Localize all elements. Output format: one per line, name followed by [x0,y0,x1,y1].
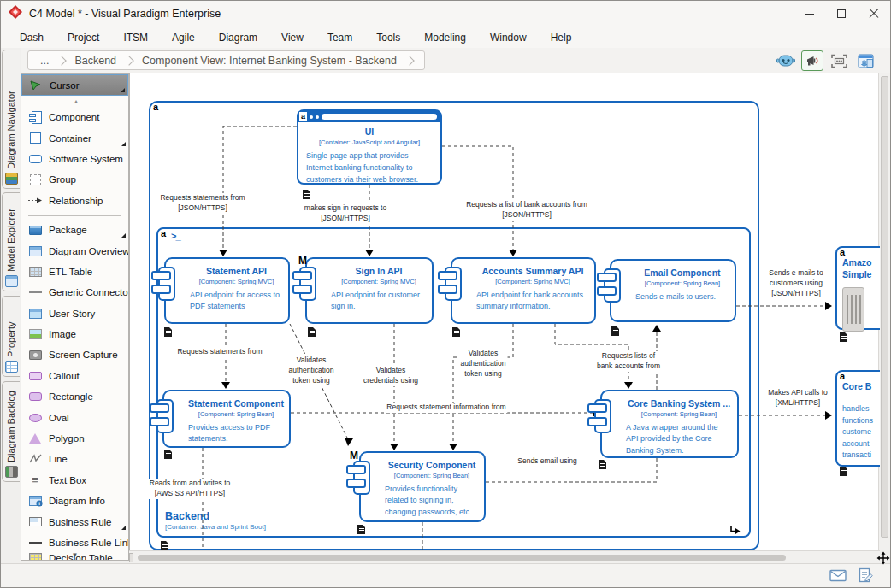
palette-item-line[interactable]: Line [21,449,128,469]
sidebar-tab-diagram-backlog[interactable]: Diagram Backlog [2,381,20,482]
menu-help[interactable]: Help [539,29,584,46]
menu-window[interactable]: Window [478,29,539,46]
connector-label[interactable]: Sends email using [516,456,578,467]
close-button[interactable] [858,1,890,26]
etl-table-icon [27,265,43,279]
palette-item-callout[interactable]: Callout [21,366,128,386]
vertical-scrollbar-thumb[interactable] [881,76,888,538]
palette-scroll-up[interactable]: ▲ [21,96,128,107]
palette-item-etl-table[interactable]: ETL Table [21,262,128,282]
menu-tools[interactable]: Tools [364,29,412,46]
palette-item-screen-capture[interactable]: Screen Capture [21,344,128,365]
resize-corner-icon [729,524,741,539]
menu-itsm[interactable]: ITSM [111,29,160,46]
connector-label[interactable]: makes sign in requests to [JSON/HTTPS] [303,203,388,224]
maximize-button[interactable] [825,1,858,26]
diagram-canvas[interactable]: aa>_Backend[Container: Java and Sprint B… [129,74,880,552]
connector-label[interactable]: Requests statement information from [385,403,507,413]
palette-item-diagram-info[interactable]: iDiagram Info [21,491,128,511]
palette-item-rectangle[interactable]: Rectangle [21,386,128,407]
palette-item-text-box[interactable]: ≡Text Box [21,470,128,491]
node-statement-api[interactable]: Statement API[Component: Spring MVC]API … [164,257,290,324]
connector-label[interactable]: Sends e-mails to customers using [JSON/H… [767,268,824,299]
breadcrumb-item-more[interactable]: ... [38,55,50,67]
palette-item-component[interactable]: Component [21,107,128,127]
node-statement-component[interactable]: Statement Component[Component: Spring Be… [162,390,291,448]
palette-item-label: Image [49,329,76,339]
panel-grip[interactable] [842,287,864,332]
artifact-doc-icon [164,327,172,337]
connector-label[interactable]: Makes API calls to [XML/HTTPS] [766,388,829,409]
node-sign-in-api[interactable]: Sign In API[Component: Spring MVC]API en… [305,257,434,324]
palette-item-generic-connector[interactable]: Generic Connector [21,282,128,303]
horizontal-scrollbar-thumb[interactable] [138,555,786,561]
close-icon [869,9,879,19]
palette-item-group[interactable]: Group [21,169,128,190]
node-core-banking-system-facade[interactable]: Core Banking System ...[Component: Sprin… [600,390,739,458]
menu-team[interactable]: Team [316,29,364,46]
node-stereotype: [Component: Spring Bean] [635,279,729,287]
browser-dot-icon [316,115,319,119]
minimize-button[interactable] [793,1,825,26]
splitter-handle[interactable] [129,553,133,562]
sidebar-tab-property[interactable]: Property [2,296,20,377]
container-icon [27,132,43,145]
node-ui[interactable]: aUI[Container: JavaScript and Angular]Si… [297,109,442,185]
palette-item-cursor[interactable]: Cursor [21,74,128,96]
generic-connector-icon [27,285,43,299]
breadcrumb-item-component-view-internet-banking-system-backend[interactable]: Component View: Internet Banking System … [140,55,398,67]
palette-item-label: Package [49,225,87,235]
menu-diagram[interactable]: Diagram [207,29,269,46]
connector-label[interactable]: Requests lists of bank accounts from [595,351,662,372]
palette-item-label: Business Rule [49,517,112,527]
component-icon [156,399,174,433]
mail-icon[interactable] [829,569,847,585]
palette-item-software-system[interactable]: Software System [21,149,128,169]
connector-label[interactable]: Requests a list of bank accounts from [J… [464,200,589,220]
connector-label[interactable]: Reads from and writes to [AWS S3 API/HTT… [148,479,232,499]
palette-item-user-story[interactable]: User Story [21,303,128,324]
breadcrumb-item-backend[interactable]: Backend [73,55,118,67]
node-security-component[interactable]: Security Component[Component: Spring Bea… [359,451,486,522]
window-title: C4 Model * - Visual Paradigm Enterprise [29,8,221,20]
node-email-component[interactable]: Email Component[Component: Spring Bean]S… [610,259,736,322]
submenu-corner-icon [121,526,126,530]
palette-item-business-rule-link[interactable]: Business Rule Link [21,532,128,553]
connector-label[interactable]: Requests statements from [JSON/HTTPS] [158,193,246,214]
palette-item-image[interactable]: Image [21,324,128,344]
connector-label[interactable]: Validates authentication token using [459,349,508,379]
group-letter: a [840,247,845,257]
palette-item-business-rule[interactable]: Business Rule [21,511,128,532]
sidebar-tab-diagram-navigator[interactable]: Diagram Navigator [2,50,20,189]
menu-dash[interactable]: Dash [8,29,56,46]
modeling-assistant-bot-icon[interactable] [775,50,797,71]
node-core-banking-system[interactable]: aCore B[Sohandles functions custome acco… [835,370,880,467]
layout-panes-icon[interactable] [854,50,876,71]
container-name: Backend [165,510,266,522]
node-description: handles functions custome account transa… [842,403,880,462]
message-log-icon[interactable] [859,567,873,587]
menu-modeling[interactable]: Modeling [412,29,478,46]
palette-item-relationship[interactable]: Relationship [21,191,128,211]
menu-project[interactable]: Project [56,29,111,46]
connector-label[interactable]: Validates authentication token using [287,356,336,386]
palette-item-oval[interactable]: Oval [21,407,128,427]
connector-label[interactable]: Requests statements from [175,347,263,357]
node-accounts-summary-api[interactable]: Accounts Summary API[Component: Spring M… [451,257,596,324]
palette-scroll-down[interactable]: ▼ [21,551,128,559]
menu-agile[interactable]: Agile [160,29,207,46]
pan-tool-icon[interactable] [876,550,890,566]
palette-item-diagram-overview[interactable]: Diagram Overview [21,240,128,261]
palette-item-package[interactable]: Package [21,220,128,240]
palette-item-label: Component [49,112,99,122]
palette-separator [21,211,128,220]
menu-view[interactable]: View [269,29,316,46]
sidebar-tab-model-explorer[interactable]: Model Explorer [2,192,20,291]
palette-item-polygon[interactable]: Polygon [21,428,128,449]
presentation-frame-icon[interactable] [828,50,850,71]
announcement-icon[interactable] [801,50,823,71]
palette-item-container[interactable]: Container [21,127,128,148]
vertical-scrollbar[interactable] [878,74,890,552]
connector-label[interactable]: Validates credentials using [362,366,420,386]
horizontal-scrollbar[interactable] [129,550,880,563]
